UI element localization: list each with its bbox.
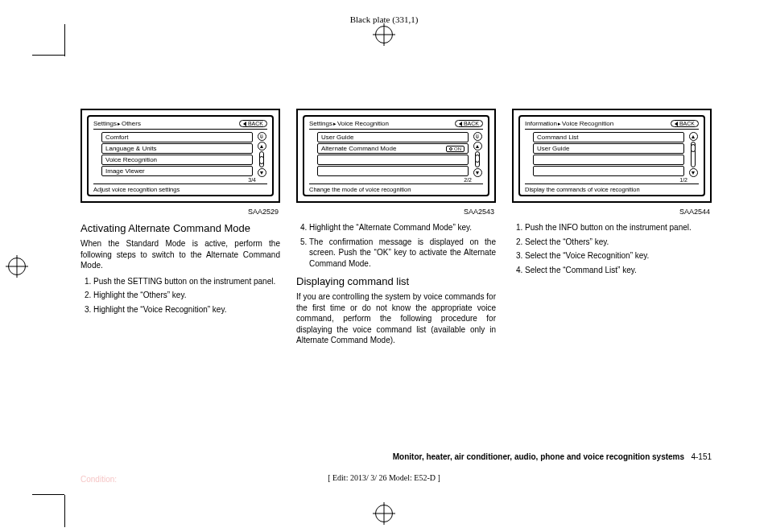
scroll-top-icon[interactable]: ⤋: [473, 132, 482, 141]
status-bar: Adjust voice recognition settings: [93, 184, 267, 193]
breadcrumb: Information▸Voice Recognition: [525, 120, 671, 127]
status-bar: Display the commands of voice recognitio…: [525, 184, 699, 193]
scroll-up-icon[interactable]: ▲: [689, 132, 698, 141]
list-item: Push the INFO button on the instrument p…: [525, 222, 712, 233]
back-button[interactable]: BACK: [455, 120, 483, 127]
screenshot-2: Settings▸Voice Recognition BACK User Gui…: [296, 109, 496, 203]
list-item[interactable]: User Guide: [317, 132, 469, 142]
register-mark-bottom: [375, 505, 393, 522]
list-item[interactable]: [533, 155, 684, 165]
figure-caption: SAA2529: [81, 208, 280, 216]
scrollbar[interactable]: ⤋ ▲ ▼: [256, 132, 267, 177]
status-bar: Change the mode of voice recognition: [309, 184, 483, 193]
steps-list: Push the SETTING button on the instrumen…: [81, 276, 280, 315]
heading-activating: Activating Alternate Command Mode: [81, 222, 280, 234]
list-item: Select the “Command List” key.: [525, 265, 712, 276]
column-3: Information▸Voice Recognition BACK Comma…: [512, 109, 712, 452]
toggle-on-badge: ON: [446, 146, 465, 152]
page-counter: 1/2: [525, 177, 687, 183]
list-item[interactable]: [317, 166, 469, 176]
list-item[interactable]: Voice Recognition: [101, 155, 253, 165]
scrollbar[interactable]: ⤋ ▲ ▼: [472, 132, 483, 177]
list-item[interactable]: Command List: [533, 132, 684, 142]
list-item: The confirmation message is displayed on…: [309, 237, 496, 270]
list-item: Select the “Voice Recognition” key.: [525, 250, 712, 262]
list-item: Highlight the “Voice Recognition” key.: [93, 304, 280, 315]
figure-caption: SAA2544: [512, 208, 712, 216]
back-icon: [459, 122, 462, 126]
menu-list: Command List User Guide: [533, 132, 684, 177]
list-item: Push the SETTING button on the instrumen…: [93, 276, 280, 287]
scroll-top-icon[interactable]: ⤋: [258, 132, 266, 141]
list-item[interactable]: Image Viewer: [101, 166, 253, 176]
list-item[interactable]: Alternate Command Mode ON: [317, 143, 469, 154]
back-icon: [675, 122, 678, 126]
heading-displaying: Displaying command list: [296, 275, 496, 287]
register-mark-left: [8, 258, 26, 275]
register-mark-top: [375, 26, 393, 43]
crop-mark: [32, 55, 64, 56]
menu-list: Comfort Language & Units Voice Recogniti…: [101, 132, 253, 177]
section-footer: Monitor, heater, air conditioner, audio,…: [393, 452, 712, 461]
menu-list: User Guide Alternate Command Mode ON: [317, 132, 469, 177]
list-item: Select the “Others” key.: [525, 237, 712, 248]
column-1: Settings▸Others BACK Comfort Language & …: [81, 109, 280, 452]
paragraph: If you are controlling the system by voi…: [296, 291, 496, 346]
back-button[interactable]: BACK: [239, 120, 267, 127]
page-counter: 2/2: [309, 177, 472, 183]
scroll-down-icon[interactable]: ▼: [689, 168, 698, 177]
page-content: Settings▸Others BACK Comfort Language & …: [81, 109, 712, 452]
figure-caption: SAA2543: [296, 208, 496, 216]
back-button[interactable]: BACK: [671, 120, 699, 127]
back-icon: [243, 122, 246, 126]
list-item[interactable]: User Guide: [533, 143, 684, 154]
condition-label: Condition:: [81, 475, 117, 484]
steps-list: Push the INFO button on the instrument p…: [512, 222, 712, 275]
breadcrumb: Settings▸Others: [93, 120, 239, 127]
list-item[interactable]: [533, 166, 684, 176]
steps-list: Highlight the “Alternate Command Mode” k…: [296, 222, 496, 269]
breadcrumb: Settings▸Voice Recognition: [309, 120, 455, 127]
screenshot-3: Information▸Voice Recognition BACK Comma…: [512, 109, 712, 203]
paragraph: When the Standard Mode is active, perfor…: [81, 238, 280, 271]
list-item: Highlight the “Others” key.: [93, 290, 280, 301]
crop-mark: [32, 494, 64, 495]
page-counter: 3/4: [93, 177, 256, 183]
crop-mark: [64, 495, 65, 527]
column-2: Settings▸Voice Recognition BACK User Gui…: [296, 109, 496, 452]
list-item[interactable]: Comfort: [101, 132, 253, 142]
scroll-up-icon[interactable]: ▲: [258, 142, 266, 151]
screenshot-1: Settings▸Others BACK Comfort Language & …: [81, 109, 280, 203]
crop-mark: [64, 24, 65, 56]
edit-info: [ Edit: 2013/ 3/ 26 Model: E52-D ]: [328, 473, 440, 482]
scrollbar[interactable]: ▲ ▼: [687, 132, 699, 177]
scroll-up-icon[interactable]: ▲: [473, 142, 482, 151]
list-item[interactable]: Language & Units: [101, 143, 253, 154]
scroll-down-icon[interactable]: ▼: [473, 168, 482, 177]
scroll-down-icon[interactable]: ▼: [258, 168, 266, 177]
list-item[interactable]: [317, 155, 469, 165]
list-item: Highlight the “Alternate Command Mode” k…: [309, 222, 496, 233]
